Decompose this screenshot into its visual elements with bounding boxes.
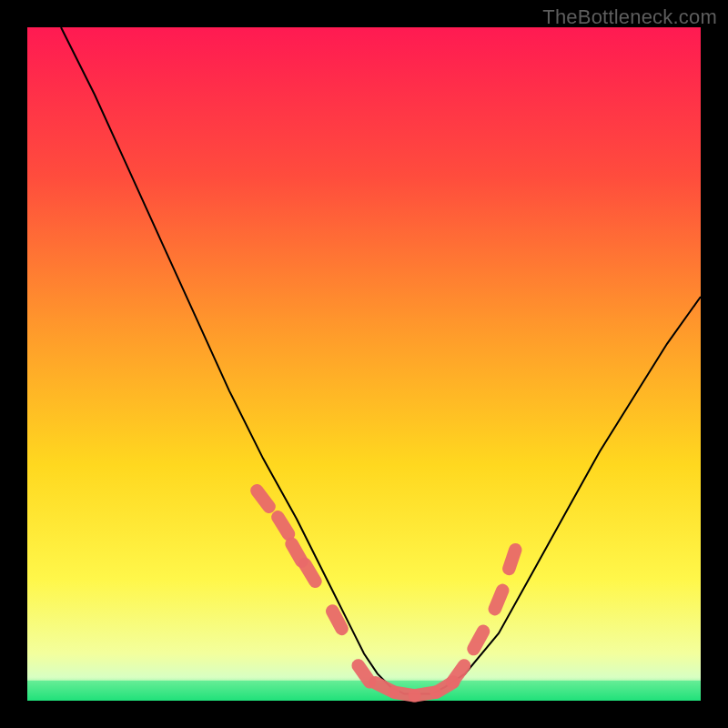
svg-line-4 bbox=[278, 517, 288, 534]
svg-line-7 bbox=[332, 611, 341, 628]
svg-line-14 bbox=[474, 632, 484, 649]
svg-line-16 bbox=[509, 550, 515, 569]
svg-rect-1 bbox=[27, 27, 701, 701]
watermark-text: TheBottleneck.com bbox=[542, 5, 717, 29]
chart-container: TheBottleneck.com bbox=[0, 0, 728, 728]
chart-svg bbox=[0, 0, 728, 728]
svg-line-6 bbox=[305, 564, 315, 581]
svg-line-15 bbox=[495, 591, 502, 609]
svg-line-5 bbox=[292, 544, 302, 561]
